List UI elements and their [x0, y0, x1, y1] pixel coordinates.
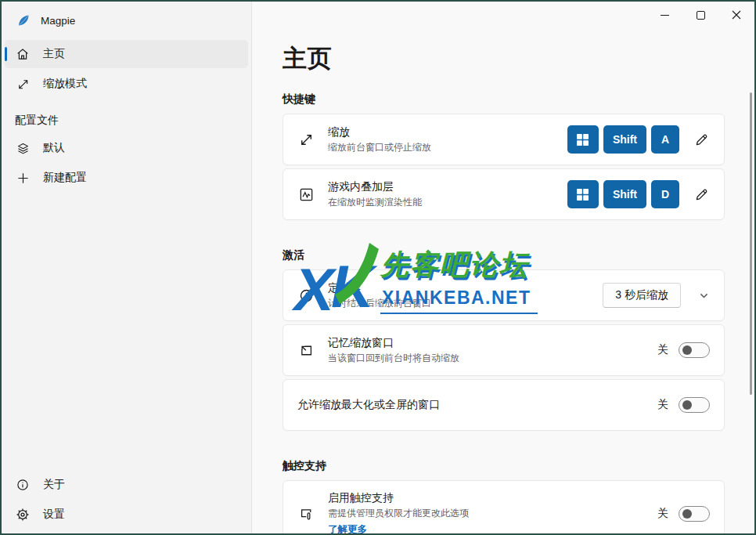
sidebar-item-label: 新建配置 — [43, 171, 87, 185]
app-header: Magpie — [2, 2, 251, 35]
card-title: 记忆缩放窗口 — [328, 336, 459, 350]
card-subtitle: 当该窗口回到前台时将自动缩放 — [328, 352, 459, 365]
windows-key-badge — [567, 180, 599, 208]
windows-key-badge — [567, 125, 599, 154]
clock-icon — [297, 287, 315, 304]
resize-arrow-icon — [297, 131, 315, 148]
card-title: 启用触控支持 — [328, 491, 469, 505]
scrollbar-thumb[interactable] — [750, 92, 752, 395]
section-activation-label: 激活 — [283, 248, 725, 262]
card-text: 缩放 缩放前台窗口或停止缩放 — [328, 125, 431, 154]
timer-delay-dropdown[interactable]: 3 秒后缩放 — [603, 283, 681, 308]
card-subtitle: 计时结束后缩放前台窗口 — [328, 297, 431, 310]
toggle-state-label: 关 — [657, 507, 668, 521]
activation-card-list: 定时器 计时结束后缩放前台窗口 3 秒后缩放 — [283, 269, 725, 431]
sidebar-spacer — [2, 193, 251, 469]
windows-logo-icon — [577, 189, 589, 201]
allow-fullscreen-card: 允许缩放最大化或全屏的窗口 关 — [283, 379, 725, 431]
magpie-feather-logo-icon — [16, 13, 31, 27]
remember-window-toggle[interactable] — [679, 342, 710, 358]
sidebar-nav: 主页 缩放模式 配置文件 默认 — [2, 38, 251, 193]
touch-support-toggle[interactable] — [679, 506, 710, 522]
card-text: 启用触控支持 需提供管理员权限才能更改此选项 了解更多 — [328, 491, 469, 533]
sidebar-item-label: 关于 — [43, 478, 65, 492]
sidebar-item-label: 默认 — [43, 141, 65, 155]
sidebar-item-label: 设置 — [43, 508, 65, 522]
sidebar-item-default-profile[interactable]: 默认 — [5, 134, 248, 162]
info-icon — [16, 478, 30, 492]
card-right: 关 — [657, 397, 710, 413]
toggle-knob — [682, 509, 692, 519]
sidebar-footer: 关于 设置 — [2, 469, 251, 533]
page-title: 主页 — [283, 42, 725, 75]
home-icon — [16, 47, 30, 61]
learn-more-link[interactable]: 了解更多 — [328, 523, 469, 533]
card-text: 允许缩放最大化或全屏的窗口 — [297, 398, 440, 412]
sidebar-item-home[interactable]: 主页 — [5, 40, 248, 68]
close-icon — [732, 10, 741, 20]
card-text: 记忆缩放窗口 当该窗口回到前台时将自动缩放 — [328, 336, 459, 365]
sidebar-item-new-profile[interactable]: 新建配置 — [5, 164, 248, 192]
hotkey-display: Shift A — [567, 125, 679, 154]
card-right: 3 秒后缩放 — [603, 283, 710, 308]
windows-logo-icon — [577, 134, 589, 146]
shift-key-badge: Shift — [603, 125, 646, 154]
window-controls — [646, 2, 754, 28]
touch-card-list: 启用触控支持 需提供管理员权限才能更改此选项 了解更多 关 — [283, 480, 725, 533]
layers-icon — [16, 141, 30, 155]
remember-window-card: 记忆缩放窗口 当该窗口回到前台时将自动缩放 关 — [283, 324, 725, 376]
app-title: Magpie — [41, 15, 75, 27]
shortcuts-card-list: 缩放 缩放前台窗口或停止缩放 — [283, 114, 725, 220]
shift-key-badge: Shift — [603, 180, 646, 208]
toggle-state-label: 关 — [657, 398, 668, 412]
performance-graph-icon — [297, 186, 315, 203]
plus-icon — [16, 171, 30, 185]
card-right: 关 — [657, 506, 710, 522]
letter-key-badge: A — [651, 125, 679, 154]
sidebar-item-settings[interactable]: 设置 — [5, 501, 248, 529]
card-subtitle: 需提供管理员权限才能更改此选项 — [328, 507, 469, 520]
allow-fullscreen-toggle[interactable] — [679, 397, 710, 413]
sidebar-section-profiles: 配置文件 — [2, 99, 251, 132]
toggle-knob — [682, 400, 692, 410]
window-arrow-icon — [297, 342, 315, 359]
timer-card: 定时器 计时结束后缩放前台窗口 3 秒后缩放 — [283, 269, 725, 321]
sidebar-item-scaling-modes[interactable]: 缩放模式 — [5, 70, 248, 98]
close-button[interactable] — [718, 2, 754, 28]
card-text: 游戏内叠加层 在缩放时监测渲染性能 — [328, 180, 422, 209]
card-title: 缩放 — [328, 125, 431, 139]
toggle-knob — [682, 345, 692, 355]
section-touch-label: 触控支持 — [283, 459, 725, 473]
card-title: 允许缩放最大化或全屏的窗口 — [297, 398, 440, 412]
touch-support-card: 启用触控支持 需提供管理员权限才能更改此选项 了解更多 关 — [283, 480, 725, 533]
edit-shortcut-button[interactable] — [693, 131, 710, 148]
toggle-state-label: 关 — [657, 343, 668, 357]
card-right: 关 — [657, 342, 710, 358]
card-subtitle: 缩放前台窗口或停止缩放 — [328, 141, 431, 154]
edit-shortcut-button[interactable] — [693, 186, 710, 203]
minimize-button[interactable] — [646, 2, 682, 28]
minimize-icon — [661, 15, 669, 16]
card-text: 定时器 计时结束后缩放前台窗口 — [328, 281, 431, 310]
pencil-icon — [693, 186, 710, 203]
maximize-icon — [697, 11, 705, 20]
resize-arrow-icon — [16, 77, 30, 91]
app-window: Magpie 主页 缩放模式 — [0, 0, 756, 535]
card-right: Shift A — [567, 125, 710, 154]
letter-key-badge: D — [651, 180, 679, 208]
touch-icon — [297, 505, 315, 522]
shortcut-card-scale: 缩放 缩放前台窗口或停止缩放 — [283, 114, 725, 165]
sidebar-item-label: 缩放模式 — [43, 77, 87, 91]
section-shortcuts-label: 快捷键 — [283, 92, 725, 107]
card-subtitle: 在缩放时监测渲染性能 — [328, 196, 422, 209]
sidebar-item-label: 主页 — [43, 47, 65, 61]
chevron-down-icon — [698, 290, 710, 302]
pencil-icon — [693, 132, 710, 148]
card-title: 游戏内叠加层 — [328, 180, 422, 194]
maximize-button[interactable] — [682, 2, 718, 28]
sidebar: Magpie 主页 缩放模式 — [2, 2, 252, 533]
expander-button[interactable] — [697, 289, 710, 302]
card-title: 定时器 — [328, 281, 431, 295]
sidebar-item-about[interactable]: 关于 — [5, 471, 248, 499]
card-right: Shift D — [567, 180, 710, 208]
